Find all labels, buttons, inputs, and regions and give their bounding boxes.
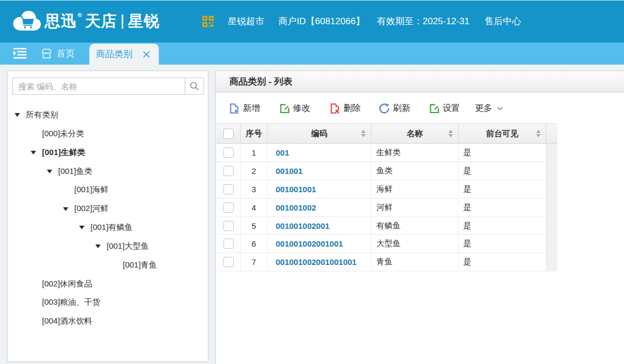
tree-item-label: [002]休闲食品 <box>42 275 92 293</box>
edit-button-label: 修改 <box>293 103 310 114</box>
row-seq: 2 <box>241 162 268 180</box>
tree-item[interactable]: [003]粮油、干货 <box>8 293 208 312</box>
tree-item[interactable]: [002]河鲜 <box>8 199 208 218</box>
chevron-down-icon <box>497 107 503 110</box>
row-checkbox[interactable] <box>223 148 234 158</box>
header-code[interactable]: 编码 <box>268 124 371 143</box>
tree-expander-icon[interactable] <box>79 226 85 229</box>
tree-expander-icon[interactable] <box>15 113 20 117</box>
collapse-menu-icon[interactable] <box>13 47 26 59</box>
row-checkbox[interactable] <box>223 239 234 249</box>
row-checkbox-cell <box>216 199 241 216</box>
table-row[interactable]: 2 001001 鱼类 是 <box>216 162 546 180</box>
header-visible[interactable]: 前台可见 <box>459 124 547 143</box>
tree-expander-icon[interactable] <box>95 244 101 248</box>
tree-item[interactable]: [001]大型鱼 <box>8 237 208 256</box>
row-checkbox[interactable] <box>223 257 234 267</box>
sort-icon[interactable] <box>361 129 366 138</box>
tree-item[interactable]: [001]鱼类 <box>8 162 208 181</box>
more-button[interactable]: 更多 <box>475 93 503 123</box>
tab-home-label: 首页 <box>57 47 75 60</box>
tab-product-category[interactable]: 商品类别 <box>89 44 159 65</box>
row-code[interactable]: 001001001 <box>268 180 371 198</box>
row-seq: 3 <box>241 180 268 198</box>
row-seq: 5 <box>241 217 268 235</box>
settings-button[interactable]: 设置 <box>429 93 460 123</box>
refresh-button[interactable]: 刷新 <box>379 93 410 123</box>
row-code[interactable]: 001 <box>268 144 371 162</box>
row-checkbox[interactable] <box>223 166 234 176</box>
header-name[interactable]: 名称 <box>371 124 459 143</box>
row-code[interactable]: 001001002 <box>268 199 371 216</box>
row-checkbox-cell <box>216 180 241 198</box>
delete-button-label: 删除 <box>343 103 361 114</box>
row-seq: 7 <box>241 253 268 271</box>
row-code[interactable]: 001001002001001 <box>268 235 371 253</box>
row-checkbox-cell <box>216 253 241 271</box>
sort-icon[interactable] <box>536 129 541 138</box>
table-scrollbar-track[interactable] <box>546 144 557 271</box>
tree-item[interactable]: 所有类别 <box>8 106 208 124</box>
support-center-link[interactable]: 售后中心 <box>485 0 521 43</box>
row-visible: 是 <box>459 217 547 235</box>
topbar-info: 星锐超市 商户ID【60812066】 有效期至：2025-12-31 售后中心 <box>0 0 624 43</box>
table-row[interactable]: 4 001001002 河鲜 是 <box>216 199 546 217</box>
row-visible: 是 <box>459 253 547 271</box>
edit-button[interactable]: 修改 <box>279 93 310 123</box>
row-seq: 1 <box>241 144 268 162</box>
tree-item[interactable]: [001]海鲜 <box>8 180 208 199</box>
row-name: 大型鱼 <box>371 235 459 253</box>
tab-home[interactable]: 首页 <box>41 43 75 65</box>
tree-expander-icon[interactable] <box>63 207 68 211</box>
tree-item[interactable]: [001]青鱼 <box>8 256 208 275</box>
table-row[interactable]: 3 001001001 海鲜 是 <box>216 180 546 199</box>
row-visible: 是 <box>459 144 547 162</box>
row-name: 鱼类 <box>371 162 459 180</box>
search-button[interactable] <box>185 78 204 94</box>
sort-icon[interactable] <box>448 129 453 138</box>
select-all-checkbox[interactable] <box>223 129 234 139</box>
row-name: 生鲜类 <box>371 144 459 162</box>
table-row[interactable]: 5 001001002001 有鳞鱼 是 <box>216 217 546 235</box>
row-name: 海鲜 <box>371 180 459 198</box>
tree-item-label: [001]有鳞鱼 <box>90 218 132 237</box>
tree-item-label: [003]粮油、干货 <box>42 293 100 312</box>
tree-item[interactable]: [004]酒水饮料 <box>8 312 208 331</box>
main-panel: 商品类别 - 列表 新增 修改 删除 <box>215 71 624 364</box>
row-checkbox[interactable] <box>223 202 234 213</box>
tree-item[interactable]: [001]有鳞鱼 <box>8 218 208 237</box>
row-code[interactable]: 001001 <box>268 162 371 180</box>
merchant-id: 商户ID【60812066】 <box>278 0 365 43</box>
validity-date: 有效期至：2025-12-31 <box>377 0 469 43</box>
page-title: 商品类别 - 列表 <box>216 71 624 93</box>
toolbar: 新增 修改 删除 刷新 <box>216 93 624 123</box>
row-code[interactable]: 001001002001001001 <box>268 253 371 271</box>
search-input[interactable] <box>13 78 185 94</box>
row-checkbox[interactable] <box>223 221 234 231</box>
delete-button[interactable]: 删除 <box>329 93 361 123</box>
row-checkbox-cell <box>216 144 241 162</box>
tab-close-icon[interactable] <box>143 51 150 58</box>
table-row[interactable]: 6 001001002001001 大型鱼 是 <box>216 235 546 253</box>
table-row[interactable]: 1 001 生鲜类 是 <box>216 144 546 162</box>
tree-item-label: 所有类别 <box>26 106 58 124</box>
more-button-label: 更多 <box>475 103 492 114</box>
add-button-label: 新增 <box>243 103 260 114</box>
tree-expander-icon[interactable] <box>47 170 52 173</box>
tree-item[interactable]: [000]未分类 <box>8 124 208 143</box>
header-name-label: 名称 <box>406 129 423 139</box>
topbar: 思迅®天店 星锐 星锐超市 商户ID【60812066】 有效期至：20 <box>0 0 624 43</box>
store-name: 星锐超市 <box>228 0 264 43</box>
row-code[interactable]: 001001002001 <box>268 217 371 235</box>
table-row[interactable]: 7 001001002001001001 青鱼 是 <box>216 253 546 271</box>
delete-file-icon <box>329 103 340 114</box>
tree-expander-icon[interactable] <box>31 151 36 155</box>
tree-item-label: [004]酒水饮料 <box>42 312 92 331</box>
row-checkbox[interactable] <box>223 184 234 194</box>
add-button[interactable]: 新增 <box>229 93 260 123</box>
tree-item[interactable]: [001]生鲜类 <box>8 143 208 162</box>
row-name: 有鳞鱼 <box>371 217 459 235</box>
qr-code-icon[interactable] <box>202 16 214 27</box>
tree-item[interactable]: [002]休闲食品 <box>8 275 208 293</box>
row-name: 青鱼 <box>371 253 459 271</box>
